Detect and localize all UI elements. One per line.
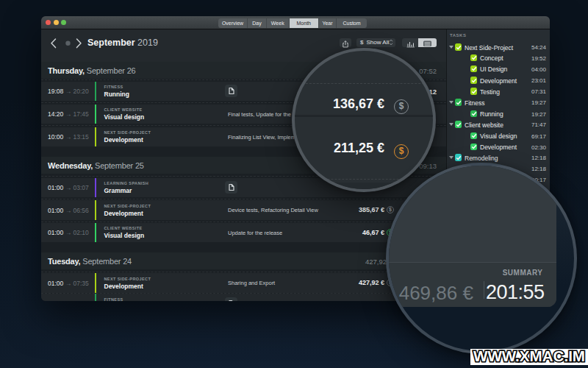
svg-text:WWW.XMAC.IM: WWW.XMAC.IM	[473, 349, 585, 364]
